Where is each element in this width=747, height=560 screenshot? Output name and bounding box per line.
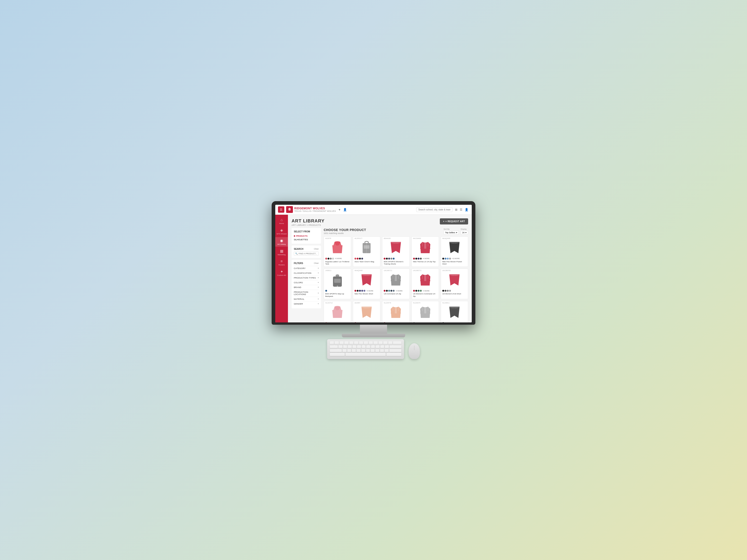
- key: [343, 345, 347, 348]
- product-card[interactable]: NKAQ3496 +4 MORE Nike Flex Woven Short: [353, 269, 380, 299]
- color-swatch: [415, 290, 417, 292]
- key: [388, 341, 392, 345]
- product-image: [441, 271, 468, 289]
- display-chevron: ▾: [465, 232, 466, 234]
- color-swatch: [355, 258, 356, 260]
- list-view-icon[interactable]: ☰: [459, 207, 463, 212]
- product-card[interactable]: UA1360712 +4 MORE UA Command 1/4 Zip: [382, 269, 410, 299]
- product-card[interactable]: UA1360762 UA Women's Knit Short: [441, 269, 468, 299]
- select-silhouettes[interactable]: SILHOUETTES: [294, 238, 319, 241]
- more-colors-label: +4 MORE: [395, 290, 403, 292]
- color-swatch: [330, 258, 332, 260]
- product-card[interactable]: HL222712 HL222712 Item: [324, 301, 351, 322]
- product-card[interactable]: NKAQ3495 +13 MORE Nike Flex Woven Pocket…: [441, 236, 468, 267]
- select-products[interactable]: PRODUCTS: [294, 234, 319, 238]
- select-from-section: SELECT FROM PRODUCTS SILHOUETTES: [291, 228, 321, 244]
- product-colors: [441, 289, 468, 292]
- profile-icon[interactable]: 👤: [464, 207, 469, 212]
- key: [383, 341, 387, 345]
- sidebar-item-home[interactable]: ⌂ Home: [275, 216, 288, 226]
- favorites-button[interactable]: ♥: [338, 208, 341, 212]
- request-art-button[interactable]: + + REQUEST ART: [440, 218, 468, 224]
- product-card[interactable]: 1456011 BSN SPORTS Step-Up Backpack: [324, 269, 351, 299]
- product-sku: UA1360772: [412, 269, 439, 271]
- hamburger-button[interactable]: ☰: [278, 206, 284, 213]
- key: [380, 345, 384, 348]
- spacebar-key: [345, 353, 386, 356]
- product-card[interactable]: UA1360772 +4 MORE UA Women's Command 1/4…: [412, 269, 439, 299]
- filter-gender[interactable]: GENDER ▾: [294, 301, 319, 306]
- filter-material-label: MATERIAL: [294, 298, 305, 300]
- monitor-frame: ☰ RIDGEMONT WOLVES TEXAS / DAL: [272, 201, 475, 325]
- keyboard: [327, 339, 404, 359]
- key: [389, 349, 401, 352]
- search-section: SEARCH Clear 🔍: [291, 245, 321, 258]
- svg-rect-9: [395, 274, 397, 281]
- request-art-plus-icon: +: [443, 220, 444, 223]
- products-indicator: [294, 235, 295, 237]
- key: [348, 345, 352, 348]
- filter-production-locations-chevron: ▾: [318, 292, 319, 294]
- product-card[interactable]: HL229776 HL229776 Item: [382, 301, 410, 322]
- page-title-area: ART LIBRARY ART LIBRARY > PRODUCTS: [291, 218, 325, 226]
- sidebar-item-art-library[interactable]: ◉ Art Library: [275, 237, 288, 247]
- display-value: 24: [462, 232, 464, 234]
- product-colors: +4 MORE: [412, 289, 439, 292]
- svg-rect-12: [424, 306, 426, 313]
- filter-production-types[interactable]: PRODUCTION TYPES ▾: [294, 275, 319, 280]
- product-search-input[interactable]: [299, 252, 317, 255]
- sort-by-chevron: ▾: [456, 232, 457, 234]
- product-colors: [353, 322, 380, 322]
- product-card[interactable]: HL229279 HL229279 Item: [412, 301, 439, 322]
- school-info: RIDGEMONT WOLVES TEXAS / DALLAS / RIDGEM…: [294, 207, 336, 212]
- main-layout: ⌂ Home ◈ MTS Wizard ◉ Art Library ▦: [275, 215, 472, 322]
- grid-view-icon[interactable]: ⊞: [454, 207, 458, 212]
- filter-category[interactable]: CATEGORY ▾: [294, 266, 319, 271]
- product-colors: +4 MORE: [412, 257, 439, 260]
- product-sku: HL229776: [382, 301, 409, 304]
- display-group: Display 24 ▾: [461, 228, 468, 235]
- sort-by-select[interactable]: Top Sellers ▾: [443, 231, 459, 235]
- product-name: UA Women's Knit Short: [441, 292, 468, 296]
- filter-production-types-label: PRODUCTION TYPES: [294, 277, 316, 279]
- nav-right-icons: ⊞ ☰ 👤: [454, 207, 469, 212]
- search-clear-link[interactable]: Clear: [314, 248, 319, 250]
- color-swatch: [442, 290, 444, 292]
- color-swatch: [328, 258, 329, 260]
- color-swatch: [388, 258, 390, 260]
- users-button[interactable]: 👤: [343, 208, 347, 212]
- sort-by-label: Sort By: [443, 228, 459, 230]
- product-card[interactable]: ACZR3177 Asics Team Cinch II Bag: [353, 236, 380, 267]
- filter-brand[interactable]: BRAND ▾: [294, 285, 319, 290]
- color-swatch: [384, 258, 386, 260]
- product-image: [441, 239, 468, 257]
- search-icon: 🔍: [295, 252, 298, 255]
- breadcrumb: ART LIBRARY > PRODUCTS: [291, 224, 325, 226]
- key: [376, 345, 380, 348]
- key: [359, 341, 363, 345]
- product-image: [353, 239, 380, 257]
- filter-classification[interactable]: CLASSIFICATION ▾: [294, 271, 319, 275]
- color-swatch: [447, 290, 449, 292]
- product-card[interactable]: NKCN9492 +4 MORE Nike Therma LS 1/4 Zip …: [412, 236, 439, 267]
- key: [380, 349, 384, 352]
- display-select[interactable]: 24 ▾: [461, 231, 468, 235]
- product-card[interactable]: HL229611 HL229611 Item: [441, 301, 468, 322]
- svg-marker-0: [288, 208, 291, 210]
- filter-colors[interactable]: COLORS ▾: [294, 280, 319, 285]
- filter-production-locations[interactable]: PRODUCTION LOCATIONS ▾: [294, 290, 319, 297]
- nav-search-input[interactable]: [416, 207, 453, 212]
- sidebar-item-rosters[interactable]: ≡ Rosters: [275, 258, 288, 267]
- filter-material[interactable]: MATERIAL ▾: [294, 297, 319, 301]
- filters-clear-link[interactable]: Clear: [314, 262, 319, 264]
- sidebar-item-mts-wizard[interactable]: ◈ MTS Wizard: [275, 227, 288, 236]
- filter-colors-label: COLORS: [294, 282, 303, 284]
- sidebar-label-home: Home: [279, 222, 284, 224]
- sidebar-item-marketing[interactable]: ▦ Marketing: [275, 247, 288, 257]
- product-card[interactable]: AG3067 AG3067 Item: [353, 301, 380, 322]
- key: [344, 341, 349, 345]
- sidebar-item-custom-art[interactable]: ✦ Custom Art: [275, 268, 288, 277]
- product-card[interactable]: BSN4100 BSN SPORTS Women's Training Shor…: [382, 236, 410, 267]
- product-card[interactable]: AG3078 +5 MORE Augusta Ladies' Lux Tri-B…: [324, 236, 351, 267]
- products-header: CHOOSE YOUR PRODUCT 1631 matching result…: [324, 228, 468, 235]
